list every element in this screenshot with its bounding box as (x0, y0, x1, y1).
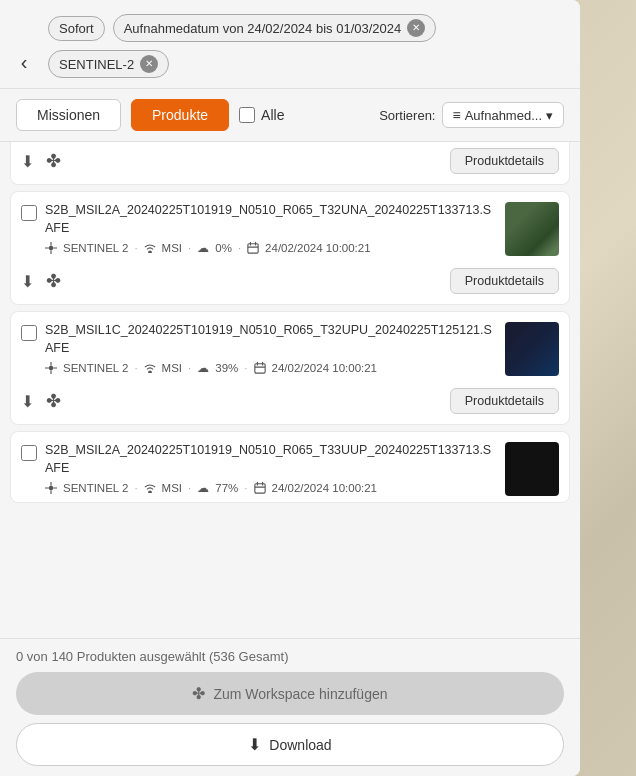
satellite-icon-2 (45, 362, 57, 374)
detail-btn-partial[interactable]: Produktdetails (450, 148, 559, 174)
svg-rect-6 (248, 244, 258, 253)
product-meta-2: SENTINEL 2 · MSI · ☁ 39% · 24/02/2 (45, 361, 497, 375)
product-info-2: S2B_MSIL1C_20240225T101919_N0510_R065_T3… (45, 322, 497, 375)
download-button[interactable]: ⬇ Download (16, 723, 564, 766)
selection-info: 0 von 140 Produkten ausgewählt (536 Gesa… (16, 649, 564, 664)
product-item: S2B_MSIL2A_20240225T101919_N0510_R065_T3… (10, 191, 570, 305)
product-name-1: S2B_MSIL2A_20240225T101919_N0510_R065_T3… (45, 202, 497, 237)
select-all-container: Alle (239, 107, 284, 123)
product-meta-1: SENTINEL 2 · MSI · ☁ 0% · 24/02/20 (45, 241, 497, 255)
cloud-icon-1: ☁ (197, 241, 209, 255)
calendar-icon-3 (254, 482, 266, 494)
product-thumb-2 (505, 322, 559, 376)
signal-icon-2 (144, 363, 156, 373)
product-info-3: S2B_MSIL2A_20240225T101919_N0510_R065_T3… (45, 442, 497, 495)
signal-icon-3 (144, 483, 156, 493)
back-button[interactable]: ‹ (8, 46, 40, 78)
svg-point-15 (148, 371, 151, 373)
product-thumb-3 (505, 442, 559, 496)
product-actions-2: ⬇ ✤ Produktdetails (11, 382, 569, 424)
network-icon-2[interactable]: ✤ (46, 390, 61, 412)
cloud-icon-3: ☁ (197, 481, 209, 495)
tab-produkte[interactable]: Produkte (131, 99, 229, 131)
signal-icon-1 (144, 243, 156, 253)
detail-btn-1[interactable]: Produktdetails (450, 268, 559, 294)
product-checkbox-2[interactable] (21, 325, 37, 341)
product-item-3: S2B_MSIL2A_20240225T101919_N0510_R065_T3… (10, 431, 570, 503)
product-top-3: S2B_MSIL2A_20240225T101919_N0510_R065_T3… (11, 432, 569, 502)
partial-actions: ⬇ ✤ Produktdetails (11, 142, 569, 184)
select-all-checkbox[interactable] (239, 107, 255, 123)
svg-point-20 (49, 486, 54, 491)
network-icon-partial[interactable]: ✤ (46, 150, 61, 172)
filter-chip-sentinel-delete[interactable]: ✕ (140, 55, 158, 73)
download-icon-partial[interactable]: ⬇ (21, 152, 34, 171)
svg-point-0 (49, 246, 54, 251)
satellite-icon-3 (45, 482, 57, 494)
product-checkbox-3[interactable] (21, 445, 37, 461)
filter-chip-sentinel: SENTINEL-2 ✕ (48, 50, 169, 78)
products-list: ⬇ ✤ Produktdetails S2B_MSIL2A_20240225T1… (0, 142, 580, 638)
cloud-icon-2: ☁ (197, 361, 209, 375)
chevron-down-icon: ▾ (546, 108, 553, 123)
svg-point-10 (49, 366, 54, 371)
product-top-1: S2B_MSIL2A_20240225T101919_N0510_R065_T3… (11, 192, 569, 262)
product-actions-1: ⬇ ✤ Produktdetails (11, 262, 569, 304)
workspace-icon: ✤ (192, 684, 205, 703)
sort-lines-icon: ≡ (453, 107, 461, 123)
svg-rect-16 (254, 364, 264, 373)
svg-rect-26 (254, 484, 264, 493)
action-icons-2: ⬇ ✤ (21, 390, 61, 412)
product-info-1: S2B_MSIL2A_20240225T101919_N0510_R065_T3… (45, 202, 497, 255)
download-icon-1[interactable]: ⬇ (21, 272, 34, 291)
filter-chip-date: Aufnahmedatum von 24/02/2024 bis 01/03/2… (113, 14, 437, 42)
svg-point-5 (148, 251, 151, 253)
partial-action-icons: ⬇ ✤ (21, 150, 61, 172)
product-thumb-1 (505, 202, 559, 256)
sort-row: Sortieren: ≡ Aufnahmed... ▾ (379, 102, 564, 128)
network-icon-1[interactable]: ✤ (46, 270, 61, 292)
product-name-3: S2B_MSIL2A_20240225T101919_N0510_R065_T3… (45, 442, 497, 477)
download-icon-footer: ⬇ (248, 735, 261, 754)
action-icons-1: ⬇ ✤ (21, 270, 61, 292)
filter-bar: Sofort Aufnahmedatum von 24/02/2024 bis … (0, 0, 580, 89)
download-icon-2[interactable]: ⬇ (21, 392, 34, 411)
product-meta-3: SENTINEL 2 · MSI · ☁ 77% · 24/02/2 (45, 481, 497, 495)
tabs-row: Missionen Produkte Alle Sortieren: ≡ Auf… (0, 89, 580, 142)
sort-dropdown[interactable]: ≡ Aufnahmed... ▾ (442, 102, 565, 128)
filter-chip-sofort: Sofort (48, 16, 105, 41)
filter-chip-date-delete[interactable]: ✕ (407, 19, 425, 37)
satellite-icon-1 (45, 242, 57, 254)
product-checkbox-1[interactable] (21, 205, 37, 221)
product-top-2: S2B_MSIL1C_20240225T101919_N0510_R065_T3… (11, 312, 569, 382)
tab-missionen[interactable]: Missionen (16, 99, 121, 131)
product-name-2: S2B_MSIL1C_20240225T101919_N0510_R065_T3… (45, 322, 497, 357)
calendar-icon-2 (254, 362, 266, 374)
footer-section: 0 von 140 Produkten ausgewählt (536 Gesa… (0, 638, 580, 776)
product-item-partial: ⬇ ✤ Produktdetails (10, 142, 570, 185)
detail-btn-2[interactable]: Produktdetails (450, 388, 559, 414)
calendar-icon-1 (247, 242, 259, 254)
product-item-2: S2B_MSIL1C_20240225T101919_N0510_R065_T3… (10, 311, 570, 425)
svg-point-25 (148, 491, 151, 493)
workspace-button[interactable]: ✤ Zum Workspace hinzufügen (16, 672, 564, 715)
